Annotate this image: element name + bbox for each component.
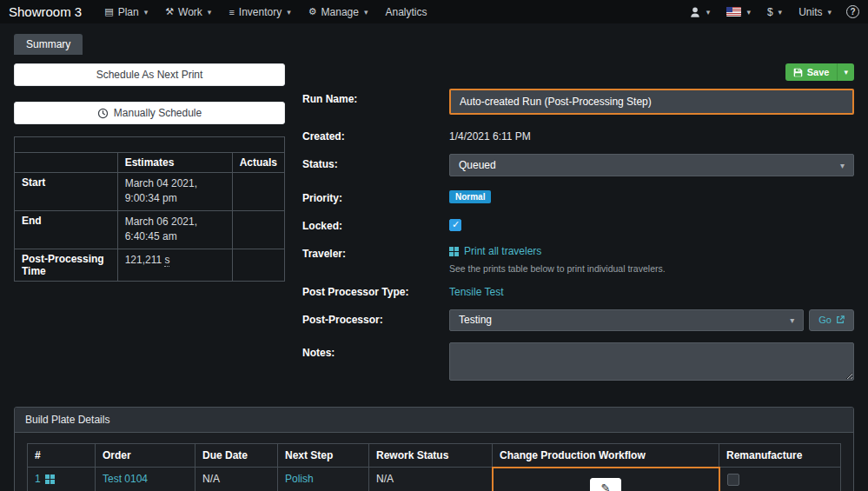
menu-analytics-label: Analytics: [385, 6, 427, 18]
inventory-icon: ≡: [229, 7, 234, 17]
col-change-production-workflow: Change Production Workflow: [493, 443, 719, 468]
app-brand[interactable]: Showroom 3: [9, 4, 82, 19]
user-icon: [689, 6, 701, 18]
plate-number: 1: [35, 473, 41, 485]
currency-label: $: [767, 6, 773, 18]
change-production-workflow-cell: ✎: [493, 468, 719, 491]
run-name-input[interactable]: [449, 89, 854, 115]
rework-status-value: N/A: [369, 468, 493, 491]
table-row: End March 06 2021, 6:40:45 am: [15, 210, 285, 249]
order-link[interactable]: Test 0104: [103, 473, 148, 485]
language-menu[interactable]: [725, 7, 752, 17]
build-plate-panel-title: Build Plate Details: [15, 408, 853, 433]
estimates-table-caption: [15, 137, 285, 153]
due-date-value: N/A: [195, 468, 278, 491]
col-remanufacture: Remanufacture: [719, 443, 841, 468]
go-button[interactable]: Go: [809, 309, 854, 331]
us-flag-icon: [726, 7, 741, 17]
tab-summary[interactable]: Summary: [14, 34, 83, 55]
print-all-travelers-link[interactable]: Print all travelers: [449, 243, 541, 257]
user-menu[interactable]: [687, 6, 712, 18]
build-plate-panel: Build Plate Details # Order Due Date Nex…: [14, 407, 854, 491]
menu-plan-label: Plan: [118, 6, 139, 18]
next-step-link[interactable]: Polish: [285, 473, 314, 485]
save-dropdown-toggle[interactable]: [837, 63, 854, 81]
post-processing-time-label: Post-Processing Time: [15, 249, 118, 281]
menu-inventory[interactable]: ≡ Inventory: [220, 0, 299, 23]
menu-manage[interactable]: ⚙ Manage: [300, 0, 377, 23]
edit-workflow-button[interactable]: ✎: [590, 478, 621, 491]
post-processing-actual-value: [232, 249, 284, 281]
menu-plan[interactable]: ▤ Plan: [96, 0, 156, 23]
save-icon: [793, 68, 803, 77]
grid-icon: [449, 247, 459, 256]
end-actual-value: [232, 210, 284, 249]
traveler-label: Traveler:: [302, 243, 449, 274]
created-label: Created:: [302, 126, 449, 143]
status-label: Status:: [302, 154, 449, 176]
col-order: Order: [96, 443, 195, 468]
priority-label: Priority:: [302, 188, 449, 204]
col-next-step: Next Step: [278, 443, 369, 468]
start-estimate-value: March 04 2021, 9:00:34 pm: [117, 173, 232, 211]
menu-manage-label: Manage: [321, 6, 359, 18]
col-rework-status: Rework Status: [369, 443, 493, 468]
post-processor-select[interactable]: Testing: [449, 309, 804, 331]
estimates-header: Estimates: [117, 153, 232, 173]
actuals-header: Actuals: [232, 153, 284, 173]
created-value: 1/4/2021 6:11 PM: [449, 126, 854, 143]
schedule-next-print-label: Schedule As Next Print: [96, 69, 203, 81]
end-estimate-value: March 06 2021, 6:40:45 am: [117, 210, 232, 249]
print-all-travelers-label: Print all travelers: [464, 245, 541, 257]
units-label: Units: [798, 6, 822, 18]
save-button-label: Save: [807, 67, 830, 77]
app-root: Showroom 3 ▤ Plan ⚒ Work ≡ Inventory ⚙ M…: [0, 0, 868, 491]
locked-label: Locked:: [302, 216, 449, 232]
menu-work[interactable]: ⚒ Work: [156, 0, 220, 23]
notes-label: Notes:: [302, 342, 449, 381]
priority-badge: Normal: [449, 190, 491, 203]
start-row-label: Start: [15, 173, 118, 211]
currency-menu[interactable]: $: [765, 6, 784, 18]
post-processor-selected-value: Testing: [459, 314, 492, 326]
help-icon[interactable]: ?: [846, 5, 859, 18]
locked-checkbox[interactable]: [449, 219, 461, 231]
notes-textarea[interactable]: [449, 342, 854, 381]
table-row: Post-Processing Time 121,211 s: [15, 249, 285, 281]
page-content: Schedule As Next Print Manually Schedule…: [0, 55, 868, 491]
run-detail-form: Save Run Name: Created: 1/4/2021 6:11 PM: [302, 63, 854, 381]
remanufacture-cell: [719, 468, 841, 491]
table-row: 1 Test 0104 N/A Polish N/A: [28, 468, 841, 491]
post-processing-time-value: 121,211 s: [117, 249, 232, 281]
external-link-icon: [836, 315, 845, 324]
estimates-header-row: Estimates Actuals: [15, 153, 285, 173]
clock-icon: [97, 108, 109, 119]
menu-work-label: Work: [178, 6, 202, 18]
table-row: Start March 04 2021, 9:00:34 pm: [15, 173, 285, 211]
col-num: #: [28, 443, 96, 468]
status-selected-value: Queued: [459, 159, 496, 171]
remanufacture-checkbox[interactable]: [727, 474, 739, 486]
post-processor-label: Post-Processor:: [302, 309, 449, 331]
plan-icon: ▤: [104, 6, 113, 17]
status-select[interactable]: Queued: [449, 154, 854, 176]
menu-inventory-label: Inventory: [239, 6, 282, 18]
units-menu[interactable]: Units: [797, 6, 833, 18]
schedule-column: Schedule As Next Print Manually Schedule…: [14, 63, 285, 381]
menu-analytics[interactable]: Analytics: [376, 0, 435, 23]
post-processor-type-link[interactable]: Tensile Test: [449, 286, 503, 298]
schedule-next-print-button[interactable]: Schedule As Next Print: [14, 63, 285, 86]
build-plate-header-row: # Order Due Date Next Step Rework Status…: [28, 443, 841, 468]
end-row-label: End: [15, 210, 118, 249]
plate-number-link[interactable]: 1: [35, 473, 55, 485]
gear-icon: ⚙: [308, 6, 317, 17]
top-navbar: Showroom 3 ▤ Plan ⚒ Work ≡ Inventory ⚙ M…: [0, 0, 868, 23]
col-due-date: Due Date: [195, 443, 278, 468]
navbar-right: $ Units ?: [687, 5, 859, 18]
build-plate-table: # Order Due Date Next Step Rework Status…: [27, 443, 841, 491]
save-button[interactable]: Save: [785, 63, 854, 81]
start-actual-value: [232, 173, 284, 211]
work-icon: ⚒: [165, 6, 174, 17]
post-processor-type-label: Post Processor Type:: [302, 282, 449, 298]
manually-schedule-button[interactable]: Manually Schedule: [14, 102, 285, 124]
